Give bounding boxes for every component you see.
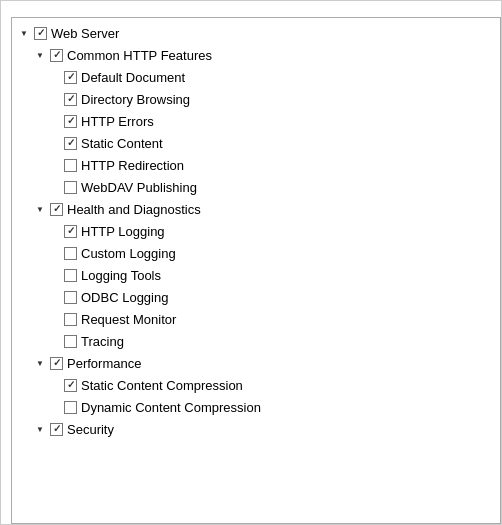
expander-icon-health-diag	[36, 204, 44, 214]
label-security: Security	[67, 422, 114, 437]
tree-item-security[interactable]: Security	[12, 418, 500, 440]
tree-item-request-monitor[interactable]: Request Monitor	[12, 308, 500, 330]
label-static-content: Static Content	[81, 136, 163, 151]
checkbox-dynamic-compress[interactable]	[64, 401, 77, 414]
checkbox-request-monitor[interactable]	[64, 313, 77, 326]
tree-item-dir-browsing[interactable]: Directory Browsing	[12, 88, 500, 110]
tree-item-http-logging[interactable]: HTTP Logging	[12, 220, 500, 242]
label-dynamic-compress: Dynamic Content Compression	[81, 400, 261, 415]
checkbox-http-logging[interactable]	[64, 225, 77, 238]
label-health-diag: Health and Diagnostics	[67, 202, 201, 217]
label-default-doc: Default Document	[81, 70, 185, 85]
label-request-monitor: Request Monitor	[81, 312, 176, 327]
checkbox-health-diag[interactable]	[50, 203, 63, 216]
checkbox-logging-tools[interactable]	[64, 269, 77, 282]
checkbox-static-compress[interactable]	[64, 379, 77, 392]
tree-item-custom-logging[interactable]: Custom Logging	[12, 242, 500, 264]
tree-item-static-compress[interactable]: Static Content Compression	[12, 374, 500, 396]
label-dir-browsing: Directory Browsing	[81, 92, 190, 107]
tree-item-webdav[interactable]: WebDAV Publishing	[12, 176, 500, 198]
tree-item-dynamic-compress[interactable]: Dynamic Content Compression	[12, 396, 500, 418]
label-http-logging: HTTP Logging	[81, 224, 165, 239]
checkbox-performance[interactable]	[50, 357, 63, 370]
checkbox-security[interactable]	[50, 423, 63, 436]
checkbox-dir-browsing[interactable]	[64, 93, 77, 106]
label-http-errors: HTTP Errors	[81, 114, 154, 129]
tree-item-common-http[interactable]: Common HTTP Features	[12, 44, 500, 66]
expander-web-server[interactable]	[16, 25, 32, 41]
label-static-compress: Static Content Compression	[81, 378, 243, 393]
tree-item-http-redirect[interactable]: HTTP Redirection	[12, 154, 500, 176]
label-web-server: Web Server	[51, 26, 119, 41]
tree-item-odbc-logging[interactable]: ODBC Logging	[12, 286, 500, 308]
label-odbc-logging: ODBC Logging	[81, 290, 168, 305]
expander-security[interactable]	[32, 421, 48, 437]
label-webdav: WebDAV Publishing	[81, 180, 197, 195]
checkbox-tracing[interactable]	[64, 335, 77, 348]
checkbox-static-content[interactable]	[64, 137, 77, 150]
tree-item-default-doc[interactable]: Default Document	[12, 66, 500, 88]
expander-icon-common-http	[36, 50, 44, 60]
role-services-panel: Web ServerCommon HTTP FeaturesDefault Do…	[0, 0, 502, 525]
tree-item-performance[interactable]: Performance	[12, 352, 500, 374]
checkbox-web-server[interactable]	[34, 27, 47, 40]
checkbox-default-doc[interactable]	[64, 71, 77, 84]
checkbox-http-errors[interactable]	[64, 115, 77, 128]
tree-item-logging-tools[interactable]: Logging Tools	[12, 264, 500, 286]
label-common-http: Common HTTP Features	[67, 48, 212, 63]
tree-item-http-errors[interactable]: HTTP Errors	[12, 110, 500, 132]
checkbox-common-http[interactable]	[50, 49, 63, 62]
checkbox-webdav[interactable]	[64, 181, 77, 194]
label-custom-logging: Custom Logging	[81, 246, 176, 261]
checkbox-http-redirect[interactable]	[64, 159, 77, 172]
expander-performance[interactable]	[32, 355, 48, 371]
checkbox-odbc-logging[interactable]	[64, 291, 77, 304]
expander-common-http[interactable]	[32, 47, 48, 63]
checkbox-custom-logging[interactable]	[64, 247, 77, 260]
label-performance: Performance	[67, 356, 141, 371]
expander-icon-web-server	[20, 28, 28, 38]
tree-item-tracing[interactable]: Tracing	[12, 330, 500, 352]
expander-icon-security	[36, 424, 44, 434]
label-http-redirect: HTTP Redirection	[81, 158, 184, 173]
label-tracing: Tracing	[81, 334, 124, 349]
expander-health-diag[interactable]	[32, 201, 48, 217]
tree-item-static-content[interactable]: Static Content	[12, 132, 500, 154]
expander-icon-performance	[36, 358, 44, 368]
tree-item-web-server[interactable]: Web Server	[12, 22, 500, 44]
label-logging-tools: Logging Tools	[81, 268, 161, 283]
tree-container[interactable]: Web ServerCommon HTTP FeaturesDefault Do…	[11, 17, 501, 524]
tree-item-health-diag[interactable]: Health and Diagnostics	[12, 198, 500, 220]
